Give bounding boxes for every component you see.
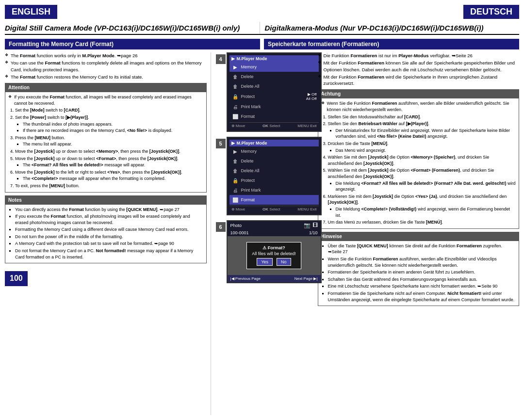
screen5-row-memory: ▶ Memory [229, 146, 319, 156]
format-dialog-sub: All files will be deleted! [252, 251, 296, 256]
screen6: Photo 📷 🎞 100-0001 1/10 ⚠ [227, 220, 322, 283]
attention-step-6: Move the [Joystick] to the left or right… [15, 169, 203, 182]
achtung-step-1: Stellen Sie den Moduswahlschalter auf [C… [328, 114, 516, 120]
de-intro-2: Mit der Funktion Formatieren können Sie … [318, 60, 520, 73]
footer-move-5: ⊕ Move [231, 207, 246, 211]
attention-intro: If you execute the Format function, all … [8, 94, 203, 106]
attention-content: If you execute the Format function, all … [5, 92, 206, 192]
achtung-step-6: Markieren Sie mit dem [Joystick] die Opt… [328, 194, 516, 218]
screen4-row-delete: 🗑 Delete [229, 72, 319, 81]
deleteall-icon: 🗑 [231, 82, 239, 90]
note-2: If you execute the Format function, all … [15, 213, 203, 226]
hinweise-box: Hinweise Über die Taste [QUICK MENU] kön… [318, 232, 520, 306]
achtung-steps: Stellen Sie den Moduswahlschalter auf [C… [321, 114, 516, 226]
format-dialog: ⚠ Format? All files will be deleted! Yes… [246, 242, 301, 269]
deleteall-icon-5: 🗑 [231, 167, 239, 175]
attention-step-3: Press the [MENU] button. The menu list w… [15, 135, 203, 147]
achtung-step-5: Wählen Sie mit dem [Joystick] die Option… [328, 167, 516, 192]
yes-button[interactable]: Yes [257, 258, 273, 266]
en-intro-3: The Format function restores the Memory … [5, 74, 207, 80]
screen4: ▶ M.Player Mode ▶ Memory 🗑 Delete 🗑 Dele… [227, 52, 322, 132]
col-deutsch: Die Funktion Formatieren ist nur im Play… [316, 52, 520, 415]
achtung-sub2: Der Miniaturindex für Einzelbilder wird … [336, 128, 516, 140]
section-header-de: Speicherkarte formatieren (Formatieren) [264, 39, 519, 49]
attention-sub5: The <Format? All files will be deleted!>… [23, 162, 203, 168]
lang-header: ENGLISH DEUTSCH [5, 5, 519, 19]
note-5: A Memory Card with the protection tab se… [15, 241, 203, 247]
en-intro-1: The Format function works only in M.Play… [5, 52, 207, 59]
attention-title: Attention [5, 83, 206, 92]
attention-step-5: Move the [Joystick] up or down to select… [15, 156, 203, 168]
achtung-sub6: Die Meldung <Complete!> (Vollständig!) w… [336, 206, 516, 218]
screen6-label: 6 [216, 222, 226, 232]
screen4-title: ▶ M.Player Mode [229, 55, 319, 62]
attention-steps: Set the [Mode] switch to [CARD]. Set the… [8, 107, 203, 189]
photo-top-bar: Photo 📷 🎞 [228, 221, 321, 229]
protect-options: ▶ Off All Off [306, 92, 317, 101]
hinweise-list: Über die Taste [QUICK MENU] können Sie d… [321, 243, 516, 303]
note-3: Formatting the Memory Card using a diffe… [15, 226, 203, 233]
achtung-step-3: Drücken Sie die Taste [MENÜ]. Das Menü w… [328, 141, 516, 153]
notes-box: Notes You can directly access the Format… [5, 195, 207, 264]
screen5-row-format: ⬜ Format [229, 195, 319, 205]
attention-sub6: The <Complete!> message will appear when… [23, 176, 203, 182]
attention-sub3: The menu list will appear. [23, 141, 203, 147]
achtung-step-4: Wählen Sie mit dem [Joystick] die Option… [328, 154, 516, 166]
screen5-footer: ⊕ Move OK Select MENU Exit [229, 206, 319, 212]
footer-select-5: OK Select [262, 207, 280, 211]
next-page-nav[interactable]: Next Page ▶| [295, 276, 318, 281]
achtung-sub5: Die Meldung <Format? All files will be d… [336, 180, 516, 193]
prev-icon: |◀ [230, 276, 235, 281]
footer-exit-5: MENU Exit [297, 207, 316, 211]
de-intro-3: Mit der Funktion Formatieren wird die Sp… [318, 74, 520, 87]
screen4-label: 4 [216, 54, 226, 64]
achtung-content: Wenn Sie die Funktion Formatieren ausfüh… [318, 98, 519, 228]
main-title-row: Digital Still Camera Mode (VP-DC163(i)/D… [5, 22, 519, 35]
english-badge: ENGLISH [5, 5, 57, 19]
achtung-box: Achtung Wenn Sie die Funktion Formatiere… [318, 89, 520, 228]
de-intro-1: Die Funktion Formatieren ist nur im Play… [318, 52, 520, 59]
memory-icon-5: ▶ [231, 147, 239, 155]
photo-top-icons: 📷 🎞 [304, 222, 318, 228]
screen4-row-memory: ▶ Memory [229, 62, 319, 72]
achtung-intro: Wenn Sie die Funktion Formatieren ausfüh… [321, 100, 516, 113]
deutsch-badge: DEUTSCH [463, 5, 519, 19]
no-button[interactable]: No [277, 258, 291, 266]
attention-step-7: To exit, press the [MENU] button. [15, 183, 203, 189]
photo-title: Photo [230, 223, 242, 228]
screen4-row-protect: 🔒 Protect ▶ Off All Off [229, 91, 319, 102]
section-header-en: Formatting the Memory Card (Format) [5, 39, 260, 49]
hinweis-2: Wenn Sie die Funktion Formatieren ausfüh… [328, 256, 516, 268]
screen4-wrapper: 4 ▶ M.Player Mode ▶ Memory 🗑 Delete [227, 52, 312, 132]
next-icon: ▶| [313, 276, 317, 281]
screen4-icon: ▶ [231, 56, 235, 61]
note-4: Do not turn the power off in the middle … [15, 234, 203, 240]
footer-exit-4: MENU Exit [297, 124, 316, 128]
photo-nav-bar: |◀ Previous Page Next Page ▶| [228, 275, 321, 282]
screen4-title-text: M.Player Mode [237, 56, 267, 61]
film-icon: 🎞 [312, 222, 318, 228]
page-number: 100 [5, 271, 28, 286]
col-english: The Format function works only in M.Play… [5, 52, 211, 415]
hinweise-title: Hinweise [318, 232, 519, 241]
prev-page-nav[interactable]: |◀ Previous Page [230, 276, 261, 281]
main-title-right: Digitalkamera-Modus (Nur VP-DC163(i)/DC1… [260, 22, 520, 34]
hinweis-1: Über die Taste [QUICK MENU] können Sie d… [328, 243, 516, 255]
notes-content: You can directly access the Format funct… [5, 205, 206, 263]
screen5: ▶ M.Player Mode ▶ Memory 🗑 Delete 🗑 Dele… [227, 137, 322, 215]
en-intro: The Format function works only in M.Play… [5, 52, 207, 80]
hinweis-3: Formatieren der Speicherkarte in einem a… [328, 269, 516, 275]
page: ENGLISH DEUTSCH Digital Still Camera Mod… [0, 0, 524, 420]
screen4-row-deleteall: 🗑 Delete All [229, 81, 319, 91]
screen4-row-printmark: 🖨 Print Mark [229, 102, 319, 112]
protect-icon-5: 🔒 [231, 177, 239, 184]
footer-move-4: ⊕ Move [231, 124, 246, 128]
memory-icon: ▶ [231, 63, 239, 71]
camera-icon: 📷 [304, 222, 311, 228]
hinweis-4: Schalten Sie das Gerät während des Forma… [328, 276, 516, 283]
attention-step-4: Move the [Joystick] up or down to select… [15, 148, 203, 155]
attention-box: Attention If you execute the Format func… [5, 83, 207, 192]
screen5-row-printmark: 🖨 Print Mark [229, 185, 319, 195]
note-6: Do not format the Memory Card on a PC. N… [15, 248, 203, 260]
delete-icon: 🗑 [231, 73, 239, 81]
